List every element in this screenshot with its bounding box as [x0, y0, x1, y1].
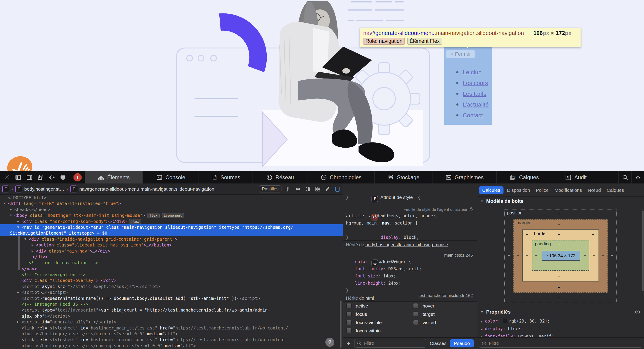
help-button[interactable]: ? — [325, 338, 334, 347]
checkbox[interactable] — [346, 303, 352, 308]
css-property-name[interactable]: font-size — [355, 273, 378, 278]
close-icon[interactable] — [4, 174, 10, 181]
dom-node[interactable]: </nav> — [0, 266, 343, 272]
computed-property-row[interactable]: ▶color: rgb(29, 30, 32); — [481, 317, 643, 325]
dock-bottom-icon[interactable] — [15, 174, 22, 181]
sidebar-tab-modifications[interactable]: Modifications — [552, 186, 584, 194]
settings-icon[interactable] — [632, 171, 644, 183]
computed-filter-field[interactable] — [479, 339, 642, 348]
css-property-name[interactable]: line-height — [355, 281, 383, 285]
tab-sources[interactable]: Sources — [198, 171, 252, 183]
pseudo-class-row[interactable]: :visited — [413, 318, 436, 326]
checkbox[interactable] — [413, 303, 418, 308]
stylesheet-source-link[interactable]: test.manchetennisclub.fr:162 — [418, 292, 473, 299]
menu-item[interactable]: L’actualité — [456, 99, 489, 110]
checkbox[interactable] — [413, 320, 418, 325]
boxmodel-value[interactable]: – — [558, 263, 560, 268]
dom-node[interactable]: <!-- Instagram Feed JS --> — [0, 301, 343, 307]
boxmodel-value[interactable]: – — [602, 253, 604, 258]
dom-node[interactable]: plugins/hostinger/assets/css/coming-soon… — [0, 343, 343, 348]
boxmodel-content[interactable]: ~106.34 × 172 — [542, 251, 580, 261]
undock-icon[interactable] — [37, 174, 44, 181]
disclosure-triangle-icon[interactable]: ▶ — [481, 335, 483, 337]
boxmodel-value[interactable]: – — [610, 253, 613, 258]
computed-property-row[interactable]: ▶display: block; — [481, 325, 643, 332]
dom-node[interactable]: <!-- #site-navigation --> — [0, 272, 343, 277]
menu-link[interactable]: Les tarifs — [463, 90, 486, 97]
dom-node[interactable]: <script type="text/javascript">var sbiaj… — [0, 307, 343, 313]
dom-node[interactable]: </div> — [0, 254, 343, 260]
disclosure-triangle-icon[interactable]: ▶ — [16, 218, 20, 224]
layout-badge[interactable]: flex — [129, 219, 141, 224]
close-menu-button[interactable]: × Fermer — [446, 50, 475, 58]
selector-matched[interactable]: nav — [382, 220, 390, 225]
classes-toggle-button[interactable]: Classes — [430, 341, 446, 346]
dom-node[interactable]: <script>requestAnimationFrame(() => docu… — [0, 295, 343, 301]
inherited-element-link[interactable]: body.hostinger.stk--anim-init.using-mous… — [366, 242, 448, 247]
menu-link[interactable]: Le club — [463, 69, 482, 76]
pseudo-class-row[interactable]: :focus-within — [346, 326, 382, 335]
disclosure-triangle-icon[interactable]: ▶ — [30, 242, 35, 248]
dom-node-selected[interactable]: SiteNavigationElement" itemscope> = $0 — [0, 230, 343, 236]
dom-node[interactable]: ▶<script>…</script> — [0, 289, 343, 295]
tab-timelines[interactable]: Chronologies — [307, 171, 374, 183]
pseudo-class-row[interactable]: :target — [413, 310, 436, 318]
dom-node-selected[interactable]: ▼<nav id="generate-slideout-menu" class=… — [0, 224, 343, 230]
tab-layers[interactable]: Calques — [496, 171, 552, 183]
search-icon[interactable] — [618, 171, 632, 183]
css-declaration[interactable]: font-family: DMSans,serif; — [346, 265, 475, 272]
selector[interactable]: article, aside, div, footer, header, — [346, 213, 438, 218]
layout-badge[interactable]: Évènement — [162, 213, 184, 218]
style-filter-input[interactable] — [364, 340, 424, 346]
elements-scrollbar[interactable] — [340, 300, 342, 348]
dom-node[interactable]: ▼<div class="inside-navigation grid-cont… — [0, 236, 343, 242]
tab-storage[interactable]: Stockage — [374, 171, 432, 183]
new-rule-button[interactable]: + — [346, 340, 351, 347]
sidebar-tab-calques[interactable]: Calques — [604, 186, 626, 194]
checkbox[interactable] — [346, 320, 352, 325]
dom-node[interactable]: ▶<script id="generate-a11y">…</script> — [0, 319, 343, 325]
pseudo-class-row[interactable]: :active — [346, 302, 382, 310]
inspect-icon[interactable] — [48, 174, 55, 181]
dom-node[interactable]: <!-- .inside-navigation --> — [0, 260, 343, 265]
pastilles-button[interactable]: Pastilles — [259, 185, 282, 192]
boxmodel-value[interactable]: – — [558, 274, 560, 279]
selector[interactable]: hgroup, main, — [346, 220, 382, 225]
dom-node[interactable]: <link rel="stylesheet" id="hostinger_com… — [0, 337, 343, 342]
axeptio-widget[interactable] — [5, 154, 34, 171]
dom-node[interactable]: plugins/hostinger/assets/css/main.css?ve… — [0, 331, 343, 337]
boxmodel-value[interactable]: – — [592, 253, 595, 258]
disclosure-triangle-icon[interactable]: ▼ — [23, 236, 28, 242]
menu-item[interactable]: Les cours — [456, 78, 489, 88]
properties-section-header[interactable]: ▼ Propriétés — [480, 309, 511, 315]
menu-link[interactable]: L’actualité — [463, 101, 489, 108]
boxmodel-value[interactable]: – — [558, 285, 560, 290]
disclosure-triangle-icon[interactable]: ▼ — [2, 200, 7, 206]
layout-badge[interactable]: flex — [147, 213, 159, 218]
dom-node[interactable]: <script async src="//static.axept.io/sdk… — [0, 283, 343, 289]
boxmodel-value[interactable]: – — [558, 211, 560, 216]
boxmodel-value[interactable]: – — [592, 232, 594, 237]
breadcrumb-item[interactable]: E — [2, 185, 9, 192]
checkbox[interactable] — [346, 311, 352, 317]
dom-node[interactable]: ▶<div class="hsr-coming-soon-body">…</di… — [0, 218, 343, 224]
disclosure-triangle-icon[interactable]: ▼ — [8, 212, 14, 218]
breadcrumb-item[interactable]: Enav#generate-slideout-menu.main-navigat… — [70, 185, 214, 192]
menu-item[interactable]: Les tarifs — [456, 88, 489, 99]
computed-scrollbar[interactable] — [642, 210, 644, 291]
frame-icon[interactable] — [334, 186, 340, 192]
grid-overlay-icon[interactable] — [314, 186, 321, 192]
pseudo-class-row[interactable]: :focus-visible — [346, 318, 382, 326]
disclosure-triangle-icon[interactable]: ▶ — [30, 248, 35, 254]
dom-node[interactable]: <link rel="stylesheet" id="hostinger_mai… — [0, 325, 343, 331]
issues-badge[interactable]: ! — [74, 173, 82, 181]
computed-property-row[interactable]: ▶font-family: DMSans, serif; — [481, 332, 643, 337]
menu-item[interactable]: Le club — [456, 67, 489, 78]
pseudo-toggle-button[interactable]: Pseudo — [450, 339, 474, 347]
breadcrumb-item[interactable]: Ebody.hostinger.st… — [15, 185, 64, 192]
rulers-icon[interactable] — [285, 186, 291, 192]
sidebar-tab-calculés[interactable]: Calculés — [479, 186, 504, 194]
dom-node[interactable]: ▶<button class="slideout-exit has-svg-ic… — [0, 242, 343, 248]
css-property-value[interactable]: 24px — [388, 281, 399, 285]
boxmodel-value[interactable]: – — [584, 253, 586, 258]
